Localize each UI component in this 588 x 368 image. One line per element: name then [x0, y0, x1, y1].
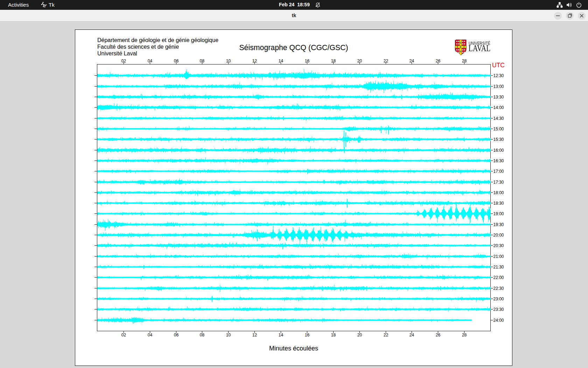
svg-text:LAVAL: LAVAL [469, 43, 491, 53]
